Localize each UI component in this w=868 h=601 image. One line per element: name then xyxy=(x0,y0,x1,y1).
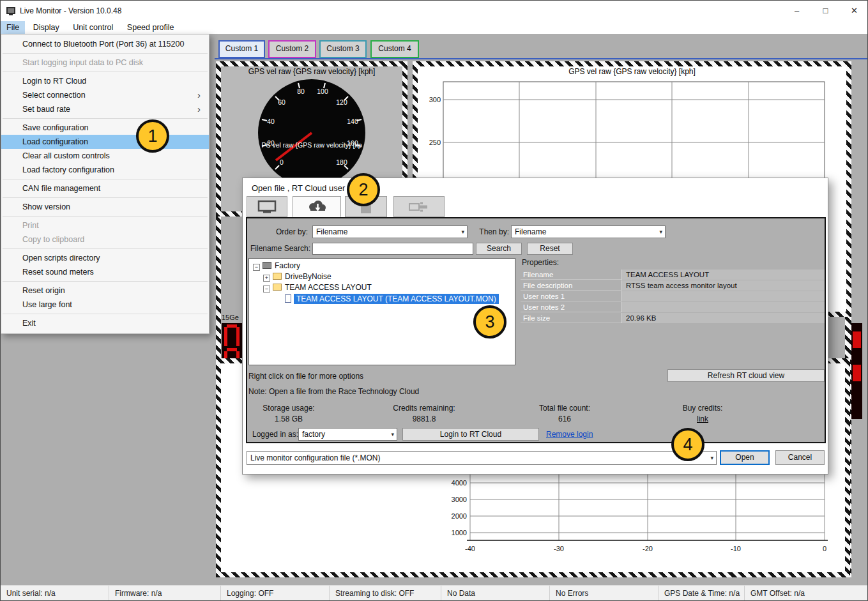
menu-item-start-logging: Start logging input data to PC disk xyxy=(1,56,209,70)
gauge-tick-label: 80 xyxy=(297,87,305,95)
menu-item-clear-custom-controls[interactable]: Clear all custom controls xyxy=(1,149,209,163)
close-button[interactable]: ✕ xyxy=(840,1,868,21)
right-click-hint: Right click on file for more options xyxy=(248,372,363,381)
tree-node-drivebynoise[interactable]: +DriveByNoise xyxy=(263,271,331,282)
menu-separator xyxy=(3,314,208,314)
menu-item-connect-bluetooth[interactable]: Connect to Bluetooth Port (Port 36) at 1… xyxy=(1,37,209,51)
tree-node-team-access-layout[interactable]: −TEAM ACCESS LAYOUT xyxy=(263,282,372,293)
menu-bar: File Display Unit control Speed profile xyxy=(1,21,868,34)
collapse-icon[interactable]: − xyxy=(263,285,270,293)
menu-item-can-file-management[interactable]: CAN file management xyxy=(1,181,209,195)
filetype-value: Live monitor configuration file (*.MON) xyxy=(250,453,380,462)
property-label: Filename xyxy=(523,270,553,280)
menu-separator xyxy=(3,72,208,72)
login-rt-cloud-button[interactable]: Login to RT Cloud xyxy=(402,428,539,441)
logged-in-select[interactable]: factory▾ xyxy=(298,428,397,441)
gauge-panel-title: GPS vel raw {GPS raw velocity} [kph] xyxy=(221,66,402,77)
menu-separator xyxy=(3,197,208,198)
menu-display[interactable]: Display xyxy=(27,21,65,34)
menu-item-exit[interactable]: Exit xyxy=(1,316,209,330)
dialog-title: Open file , RT Cloud user "fa xyxy=(252,183,357,193)
remove-login-link[interactable]: Remove login xyxy=(546,430,593,439)
gauge-tick-label: 0 xyxy=(280,158,284,166)
storage-usage-label: Storage usage: xyxy=(247,404,330,413)
property-row: FilenameTEAM ACCESS LAYOUT xyxy=(521,270,825,280)
property-row: User notes 2 xyxy=(521,302,825,312)
menu-separator xyxy=(3,248,208,249)
gauge-tick-label: 120 xyxy=(336,98,347,106)
x-axis-tick: -30 xyxy=(554,545,564,552)
expand-icon[interactable]: + xyxy=(263,275,270,282)
tab-custom-3[interactable]: Custom 3 xyxy=(319,40,367,58)
menu-unit-control[interactable]: Unit control xyxy=(67,21,119,34)
source-tab-rt-cloud[interactable] xyxy=(293,196,341,217)
filename-search-label: Filename Search: xyxy=(250,244,308,253)
x-axis-tick: 0 xyxy=(823,545,826,552)
dropdown-arrow-icon: ▾ xyxy=(659,226,662,238)
menu-separator xyxy=(3,53,208,54)
fragment-label: 15Ge xyxy=(222,314,239,321)
callout-2: 2 xyxy=(347,173,380,206)
then-by-select[interactable]: Filename▾ xyxy=(511,225,666,238)
cancel-button[interactable]: Cancel xyxy=(775,450,825,465)
buy-credits-link[interactable]: link xyxy=(661,415,744,423)
source-tab-usb[interactable] xyxy=(393,196,445,217)
order-by-select[interactable]: Filename▾ xyxy=(312,225,468,238)
storage-usage-value: 1.58 GB xyxy=(247,415,330,423)
status-unit-serial: Unit serial: n/a xyxy=(1,586,109,601)
total-file-count-label: Total file count: xyxy=(523,404,606,413)
reset-button[interactable]: Reset xyxy=(527,243,573,255)
property-row: File descriptionRTSS team access monitor… xyxy=(521,280,825,291)
menu-item-save-configuration[interactable]: Save configuration xyxy=(1,121,209,135)
tree-node-factory[interactable]: −Factory xyxy=(253,261,300,271)
menu-item-load-configuration[interactable]: Load configuration xyxy=(1,135,209,149)
status-bar: Unit serial: n/a Firmware: n/a Logging: … xyxy=(1,585,868,601)
tab-custom-1[interactable]: Custom 1 xyxy=(218,40,265,58)
filetype-select[interactable]: Live monitor configuration file (*.MON)▾ xyxy=(247,451,717,465)
menu-item-use-large-font[interactable]: Use large font xyxy=(1,298,209,312)
x-axis-tick: -10 xyxy=(731,545,741,552)
y-axis-tick: 250 xyxy=(429,139,441,146)
menu-item-reset-origin[interactable]: Reset origin xyxy=(1,284,209,298)
y-axis-tick: 1000 xyxy=(452,529,467,536)
credits-remaining-label: Credits remaining: xyxy=(383,404,466,413)
status-gps-datetime: GPS Date & Time: n/a xyxy=(659,586,745,601)
search-button[interactable]: Search xyxy=(476,243,522,255)
red-indicator xyxy=(853,331,861,348)
menu-item-set-baud-rate[interactable]: Set baud rate› xyxy=(1,102,209,116)
callout-1: 1 xyxy=(136,119,169,153)
maximize-button[interactable]: □ xyxy=(811,1,840,21)
tree-file-selected[interactable]: TEAM ACCESS LAYOUT (TEAM ACCESS LAYOUT.M… xyxy=(285,294,499,305)
menu-item-login-rt-cloud[interactable]: Login to RT Cloud xyxy=(1,74,209,88)
drive-icon xyxy=(263,262,271,269)
menu-item-load-factory-configuration[interactable]: Load factory configuration xyxy=(1,163,209,177)
order-by-label: Order by: xyxy=(250,227,308,236)
menu-item-select-connection[interactable]: Select connection› xyxy=(1,88,209,102)
open-button[interactable]: Open xyxy=(720,450,770,465)
menu-item-show-version[interactable]: Show version xyxy=(1,200,209,214)
velocity-chart-title: GPS vel raw {GPS raw velocity} [kph] xyxy=(418,66,846,77)
cloud-file-tree: −Factory +DriveByNoise −TEAM ACCESS LAYO… xyxy=(248,258,515,365)
minimize-button[interactable]: – xyxy=(782,1,811,21)
menu-item-reset-sound-meters[interactable]: Reset sound meters xyxy=(1,265,209,279)
menu-file[interactable]: File xyxy=(1,21,25,34)
refresh-cloud-button[interactable]: Refresh RT cloud view xyxy=(667,369,825,382)
tab-custom-2[interactable]: Custom 2 xyxy=(268,40,316,58)
submenu-arrow-icon: › xyxy=(197,88,201,102)
logged-in-value: factory xyxy=(302,430,325,439)
source-tab-computer[interactable] xyxy=(247,196,287,217)
collapse-icon[interactable]: − xyxy=(253,264,260,271)
open-file-dialog: Open file , RT Cloud user "fa xyxy=(242,178,828,475)
gauge-tick-label: 40 xyxy=(267,118,275,125)
buy-credits-label: Buy credits: xyxy=(661,404,744,413)
status-firmware: Firmware: n/a xyxy=(109,586,221,601)
callout-4: 4 xyxy=(671,428,704,461)
window-title: Live Monitor - Version 10.0.48 xyxy=(20,1,121,21)
menu-speed-profile[interactable]: Speed profile xyxy=(121,21,180,34)
x-axis-tick: -20 xyxy=(643,545,653,552)
dropdown-arrow-icon: ▾ xyxy=(710,452,713,464)
menu-item-open-scripts-directory[interactable]: Open scripts directory xyxy=(1,251,209,265)
tab-custom-4[interactable]: Custom 4 xyxy=(370,40,419,58)
filename-search-input[interactable] xyxy=(312,243,473,255)
gauge-tick-label: 60 xyxy=(278,98,286,106)
